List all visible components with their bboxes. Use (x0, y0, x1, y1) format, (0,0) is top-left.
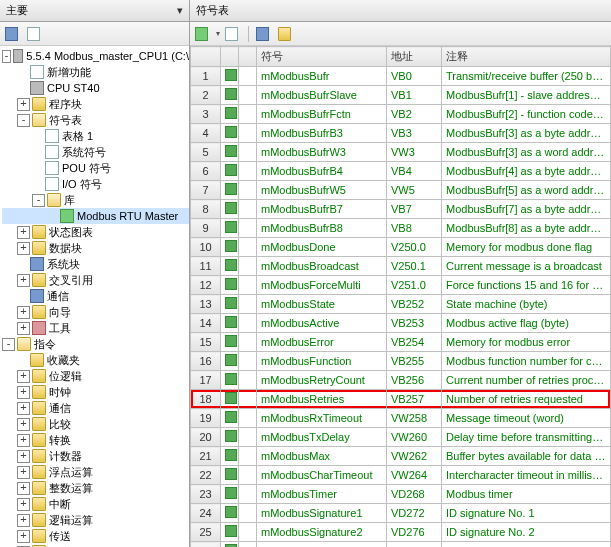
table-row[interactable]: 21mModbusMaxVW262Buffer bytes available … (191, 447, 611, 466)
expand-icon[interactable]: + (17, 370, 30, 383)
flag-cell[interactable] (221, 371, 239, 390)
tree-clock[interactable]: 时钟 (49, 385, 71, 400)
comment-cell[interactable]: ModbusBufr[1] - slave address byte (442, 86, 611, 105)
tree-datablock[interactable]: 数据块 (49, 241, 82, 256)
comment-cell[interactable]: Intercharacter timeout in milliseconds (442, 466, 611, 485)
flag-cell[interactable] (221, 352, 239, 371)
flag-cell[interactable] (221, 485, 239, 504)
address-cell[interactable]: VW258 (387, 409, 442, 428)
flag2-cell[interactable] (239, 124, 257, 143)
table-row[interactable]: 24mModbusSignature1VD272ID signature No.… (191, 504, 611, 523)
table-row[interactable]: 1mModbusBufrVB0Transmit/receive buffer (… (191, 67, 611, 86)
address-cell[interactable]: V251.0 (387, 276, 442, 295)
table-row[interactable]: 16mModbusFunctionVB255Modbus function nu… (191, 352, 611, 371)
flag2-cell[interactable] (239, 428, 257, 447)
flag2-cell[interactable] (239, 333, 257, 352)
rownum-cell[interactable]: 6 (191, 162, 221, 181)
flag-cell[interactable] (221, 295, 239, 314)
flag2-cell[interactable] (239, 238, 257, 257)
flag-cell[interactable] (221, 86, 239, 105)
comment-cell[interactable]: ModbusBufr[3] as a word address (442, 143, 611, 162)
comment-cell[interactable]: Modbus timer (442, 485, 611, 504)
toolbar-btn-2[interactable] (26, 25, 44, 43)
expand-icon[interactable]: + (17, 242, 30, 255)
tree-project[interactable]: 5.5.4 Modbus_master_CPU1 (C:\ (26, 50, 189, 62)
flag2-cell[interactable] (239, 466, 257, 485)
symbol-cell[interactable]: mModbusActive (257, 314, 387, 333)
flag2-cell[interactable] (239, 504, 257, 523)
rownum-cell[interactable]: 20 (191, 428, 221, 447)
comment-cell[interactable]: ID signature No. 1 (442, 504, 611, 523)
rownum-cell[interactable]: 8 (191, 200, 221, 219)
expand-icon[interactable]: + (17, 274, 30, 287)
table-row[interactable]: 10mModbusDoneV250.0Memory for modbus don… (191, 238, 611, 257)
rownum-cell[interactable]: 3 (191, 105, 221, 124)
address-cell[interactable]: VB7 (387, 200, 442, 219)
tree-counter[interactable]: 计数器 (49, 449, 82, 464)
tree-commins[interactable]: 通信 (49, 401, 71, 416)
flag2-cell[interactable] (239, 143, 257, 162)
symbol-cell[interactable]: mModbusError (257, 333, 387, 352)
symbol-cell[interactable]: mModbusTxDelay (257, 428, 387, 447)
expand-icon[interactable]: + (17, 418, 30, 431)
col-icon1[interactable] (221, 47, 239, 67)
expand-icon[interactable]: + (17, 402, 30, 415)
flag2-cell[interactable] (239, 390, 257, 409)
tree-tool[interactable]: 工具 (49, 321, 71, 336)
symbol-cell[interactable]: mModbusBufrB3 (257, 124, 387, 143)
flag-cell[interactable] (221, 162, 239, 181)
table-row[interactable]: 20mModbusTxDelayVW260Delay time before t… (191, 428, 611, 447)
table-row[interactable]: 22mModbusCharTimeoutVW264Intercharacter … (191, 466, 611, 485)
rownum-cell[interactable]: 18 (191, 390, 221, 409)
symbol-table[interactable]: 符号 地址 注释 1mModbusBufrVB0Transmit/receive… (190, 46, 611, 547)
address-cell[interactable]: VD280 (387, 542, 442, 548)
symbol-cell[interactable]: mModbusFunction (257, 352, 387, 371)
flag-cell[interactable] (221, 523, 239, 542)
address-cell[interactable]: VB255 (387, 352, 442, 371)
rownum-cell[interactable]: 17 (191, 371, 221, 390)
tree-symtab[interactable]: 符号表 (49, 113, 82, 128)
rownum-cell[interactable]: 10 (191, 238, 221, 257)
flag2-cell[interactable] (239, 67, 257, 86)
tree-comm[interactable]: 通信 (47, 289, 69, 304)
comment-cell[interactable]: Number of retries requested (442, 390, 611, 409)
address-cell[interactable]: VD272 (387, 504, 442, 523)
tree-logic[interactable]: 逻辑运算 (49, 513, 93, 528)
flag-cell[interactable] (221, 67, 239, 86)
flag2-cell[interactable] (239, 200, 257, 219)
table-row[interactable]: 9mModbusBufrB8VB8ModbusBufr[8] as a byte… (191, 219, 611, 238)
symbol-cell[interactable]: mModbusDone (257, 238, 387, 257)
symbol-cell[interactable]: mModbusBufrFctn (257, 105, 387, 124)
flag-cell[interactable] (221, 314, 239, 333)
address-cell[interactable]: VB0 (387, 67, 442, 86)
address-cell[interactable]: V250.0 (387, 238, 442, 257)
symbol-cell[interactable]: mModbusRxTimeout (257, 409, 387, 428)
rownum-cell[interactable]: 9 (191, 219, 221, 238)
tb-btn-c[interactable] (255, 25, 273, 43)
comment-cell[interactable]: State machine (byte) (442, 295, 611, 314)
comment-cell[interactable]: ModbusBufr[8] as a byte address (442, 219, 611, 238)
symbol-cell[interactable]: mModbusBufrB8 (257, 219, 387, 238)
address-cell[interactable]: VB254 (387, 333, 442, 352)
table-row[interactable]: 15mModbusErrorVB254Memory for modbus err… (191, 333, 611, 352)
symbol-cell[interactable]: mModbusCharTimeout (257, 466, 387, 485)
flag-cell[interactable] (221, 257, 239, 276)
expand-icon[interactable]: + (17, 98, 30, 111)
flag2-cell[interactable] (239, 447, 257, 466)
flag-cell[interactable] (221, 428, 239, 447)
expand-icon[interactable]: + (17, 386, 30, 399)
address-cell[interactable]: VB3 (387, 124, 442, 143)
rownum-cell[interactable]: 7 (191, 181, 221, 200)
tree-convert[interactable]: 转换 (49, 433, 71, 448)
flag-cell[interactable] (221, 181, 239, 200)
flag-cell[interactable] (221, 105, 239, 124)
flag2-cell[interactable] (239, 523, 257, 542)
address-cell[interactable]: VB253 (387, 314, 442, 333)
expand-icon[interactable]: - (2, 338, 15, 351)
tree-floatmath[interactable]: 浮点运算 (49, 465, 93, 480)
comment-cell[interactable]: Transmit/receive buffer (250 bytes) (442, 67, 611, 86)
comment-cell[interactable]: Modbus function number for current... (442, 352, 611, 371)
tree-compare[interactable]: 比较 (49, 417, 71, 432)
table-row[interactable]: 18mModbusRetriesVB257Number of retries r… (191, 390, 611, 409)
expand-icon[interactable]: + (17, 450, 30, 463)
